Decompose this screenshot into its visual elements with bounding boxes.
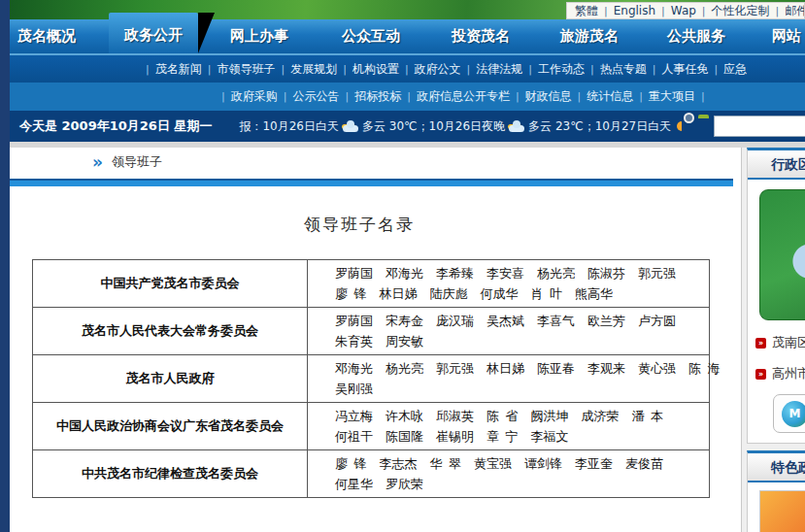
breadcrumb: » 领导班子 (10, 148, 741, 177)
org-name-cell: 中共茂名市纪律检查茂名委员会 (33, 450, 308, 498)
link-personalize[interactable]: 个性化定制 (712, 3, 770, 19)
sidebar-link-label: 茂南区 (772, 334, 805, 351)
today-date-text: 今天是 2009年10月26日 星期一 (19, 117, 212, 135)
separator: | (604, 5, 608, 17)
left-border-strip (0, 0, 10, 532)
separator: | (639, 90, 643, 103)
separator: | (528, 63, 532, 76)
subnav-fiscal-info[interactable]: 财政信息 (525, 88, 572, 105)
red-arrow-bullet-icon: » (755, 369, 766, 380)
link-english[interactable]: English (614, 4, 655, 17)
globe-icon: M (782, 401, 805, 427)
subnav-gov-documents[interactable]: 政府公文 (415, 61, 461, 78)
subnav-maoming-news[interactable]: 茂名新闻 (155, 61, 202, 78)
leadership-roster-table: 中国共产党茂名市委员会 罗荫国 邓海光 李希臻 李安喜 杨光亮 陈淑芬 郭元强 … (32, 259, 710, 498)
separator: | (702, 5, 706, 17)
link-traditional-chinese[interactable]: 繁體 (575, 3, 598, 19)
members-cell: 罗荫国 宋寿金 庞汉瑞 吴杰斌 李喜气 欧兰芳 卢方圆 朱育英 周安敏 (308, 308, 710, 355)
separator: | (578, 90, 582, 103)
weather-segment-3: 多云 23℃；10月27日白天 (528, 118, 671, 135)
subnav-laws-regulations[interactable]: 法律法规 (476, 61, 522, 78)
org-name-cell: 中国共产党茂名市委员会 (33, 260, 308, 308)
subnav-city-leadership[interactable]: 市领导班子 (217, 61, 275, 78)
admin-divisions-header: 行政区划 (748, 150, 805, 180)
tab-site-nav[interactable]: 网站 (772, 19, 801, 53)
separator: | (701, 90, 705, 103)
subnav-personnel[interactable]: 人事任免 (661, 61, 708, 78)
tab-travel-maoming[interactable]: 旅游茂名 (560, 19, 619, 53)
tab-invest-maoming[interactable]: 投资茂名 (452, 19, 510, 53)
separator: | (345, 90, 349, 103)
red-arrow-bullet-icon: » (755, 338, 766, 349)
separator: | (776, 5, 780, 17)
quick-links-bar: 繁體 | English | Wap | 个性化定制 | 邮件 (566, 2, 805, 19)
tab-government-affairs-active[interactable]: 政务公开 (109, 13, 198, 53)
subnav-bidding[interactable]: 招标投标 (354, 88, 401, 105)
administrative-map-image[interactable] (759, 189, 805, 320)
members-cell: 邓海光 杨光亮 郭元强 林日娣 陈亚春 李观来 黄心强 陈 海 吴刚强 (308, 355, 710, 403)
subnav-hot-topics[interactable]: 热点专题 (600, 61, 647, 78)
subnav-info-disclosure[interactable]: 政府信息公开专栏 (417, 88, 510, 105)
members-cell: 罗荫国 邓海光 李希臻 李安喜 杨光亮 陈淑芬 郭元强 廖 锋 林日娣 陆庆彪 … (308, 260, 710, 308)
member-names-line: 罗荫国 邓海光 李希臻 李安喜 杨光亮 陈淑芬 郭元强 (335, 263, 705, 283)
tab-public-interaction[interactable]: 公众互动 (342, 19, 400, 53)
blue-divider-bar (10, 179, 733, 186)
sun-crescent-icon (677, 121, 682, 131)
date-weather-bar: 今天是 2009年10月26日 星期一 报：10月26日白天 多云 30℃；10… (0, 111, 805, 142)
members-cell: 冯立梅 许木咏 邱淑英 陈 省 阙洪坤 成济荣 潘 本 何祖干 陈国隆 崔锡明 … (308, 403, 710, 450)
subnav-org-structure[interactable]: 机构设置 (352, 61, 399, 78)
link-mail[interactable]: 邮件 (785, 3, 805, 19)
member-names-line: 冯立梅 许木咏 邱淑英 陈 省 阙洪坤 成济荣 潘 本 (335, 406, 705, 426)
separator: | (516, 90, 520, 103)
subnav-emergency[interactable]: 应急 (723, 61, 747, 78)
sidebar-item-gaozhou-city[interactable]: » 高州市 (755, 365, 805, 382)
featured-poster-image[interactable] (759, 490, 805, 532)
weather-segment-2: 多云 30℃；10月26日夜晚 (362, 118, 505, 135)
featured-panel: 特色政务 (747, 450, 805, 532)
org-name-cell: 茂名市人民代表大会常务委员会 (33, 308, 308, 355)
separator: | (281, 63, 285, 76)
page: 繁體 | English | Wap | 个性化定制 | 邮件 茂名概况 政务公… (0, 0, 805, 532)
subnav-gov-procurement[interactable]: 政府采购 (231, 88, 278, 105)
page-title: 领导班子名录 (10, 214, 709, 236)
table-row: 茂名市人民政府 邓海光 杨光亮 郭元强 林日娣 陈亚春 李观来 黄心强 陈 海 … (33, 355, 710, 403)
weather-text: 报：10月26日白天 多云 30℃；10月26日夜晚 多云 23℃；10月27日… (239, 118, 685, 135)
separator: | (714, 63, 718, 76)
separator: | (405, 63, 409, 76)
separator: | (284, 90, 287, 103)
tab-public-services[interactable]: 公共服务 (667, 19, 725, 53)
main-nav-bar: 茂名概况 政务公开 网上办事 公众互动 投资茂名 旅游茂名 公共服务 网站 (0, 19, 805, 55)
subnav-statistics[interactable]: 统计信息 (587, 88, 633, 105)
content-area: » 领导班子 领导班子名录 中国共产党茂名市委员会 罗荫国 邓海光 李希臻 李安… (10, 148, 805, 532)
subnav-development-planning[interactable]: 发展规划 (290, 61, 337, 78)
featured-header: 特色政务 (748, 453, 805, 482)
active-tab-fold-decoration (198, 13, 215, 53)
tab-maoming-overview[interactable]: 茂名概况 (17, 19, 76, 53)
member-names-line: 廖 锋 林日娣 陆庆彪 何成华 肖 叶 熊高华 (335, 283, 705, 304)
member-names-line: 吴刚强 (335, 379, 705, 399)
subnav-work-updates[interactable]: 工作动态 (538, 61, 585, 78)
right-sidebar: 行政区划 » 茂南区 » 高州市 M 特色政务 (741, 148, 805, 532)
breadcrumb-chevrons-icon: » (92, 154, 103, 171)
admin-divisions-panel: 行政区划 » 茂南区 » 高州市 M (747, 148, 805, 444)
breadcrumb-label: 领导班子 (112, 153, 162, 171)
link-wap[interactable]: Wap (671, 4, 696, 17)
org-name-cell: 茂名市人民政府 (33, 355, 308, 403)
subnav-major-projects[interactable]: 重大项目 (649, 88, 695, 105)
table-row: 茂名市人民代表大会常务委员会 罗荫国 宋寿金 庞汉瑞 吴杰斌 李喜气 欧兰芳 卢… (33, 308, 710, 355)
main-column: » 领导班子 领导班子名录 中国共产党茂名市委员会 罗荫国 邓海光 李希臻 李安… (10, 148, 741, 532)
sidebar-item-maonan-district[interactable]: » 茂南区 (755, 334, 805, 351)
member-names-line: 廖 锋 李志杰 华 翠 黄宝强 谭剑锋 李亚奎 麦俊苗 (335, 453, 705, 474)
globe-logo-button[interactable]: M (773, 394, 805, 433)
separator: | (661, 5, 665, 17)
separator: | (467, 63, 471, 76)
separator: | (221, 90, 225, 103)
member-names-line: 罗荫国 宋寿金 庞汉瑞 吴杰斌 李喜气 欧兰芳 卢方圆 (335, 311, 705, 331)
cloudy-weather-icon (509, 121, 524, 132)
member-names-line: 何祖干 陈国隆 崔锡明 章 宁 李福文 (335, 426, 705, 447)
separator: | (407, 90, 411, 103)
search-input[interactable] (714, 116, 805, 137)
cloudy-weather-icon (343, 121, 358, 132)
tab-online-services[interactable]: 网上办事 (230, 19, 288, 53)
subnav-public-notices[interactable]: 公示公告 (292, 88, 339, 105)
